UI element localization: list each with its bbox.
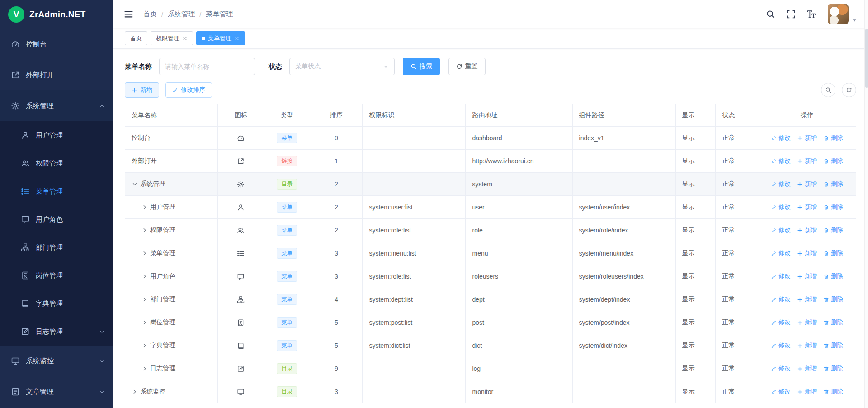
- close-icon[interactable]: [234, 36, 240, 41]
- sidebar-item-log[interactable]: 日志管理: [0, 318, 113, 346]
- sidebar-item-user[interactable]: 用户管理: [0, 121, 113, 149]
- tab-home[interactable]: 首页: [125, 31, 147, 45]
- expand-row-icon[interactable]: [132, 389, 138, 395]
- ops-cell: 修改新增删除: [758, 196, 856, 219]
- add-link[interactable]: 新增: [797, 134, 817, 142]
- edit-sort-button[interactable]: 修改排序: [165, 82, 212, 98]
- add-link[interactable]: 新增: [797, 318, 817, 327]
- component-cell: [572, 357, 675, 380]
- add-link[interactable]: 新增: [797, 365, 817, 373]
- edit-link[interactable]: 修改: [771, 318, 791, 327]
- sidebar-item-label: 系统管理: [26, 101, 99, 111]
- sidebar-item-label: 菜单管理: [36, 187, 105, 196]
- sidebar-item-dept[interactable]: 部门管理: [0, 233, 113, 261]
- sidebar-item-roleusers[interactable]: 用户角色: [0, 205, 113, 233]
- sidebar-item-external[interactable]: 外部打开: [0, 60, 113, 90]
- edit-link[interactable]: 修改: [771, 249, 791, 257]
- delete-link[interactable]: 删除: [823, 249, 843, 257]
- app-root: V ZrAdmin.NET 控制台外部打开系统管理用户管理权限管理菜单管理用户角…: [0, 0, 868, 408]
- expand-row-icon[interactable]: [142, 296, 148, 303]
- add-link[interactable]: 新增: [797, 388, 817, 396]
- caret-down-icon[interactable]: [852, 18, 857, 23]
- reset-button[interactable]: 重置: [448, 58, 486, 75]
- sidebar-item-menu[interactable]: 菜单管理: [0, 177, 113, 205]
- sidebar-item-role[interactable]: 权限管理: [0, 149, 113, 177]
- add-link[interactable]: 新增: [797, 272, 817, 280]
- font-size-icon[interactable]: [807, 9, 816, 19]
- page-scrollbar[interactable]: [864, 0, 868, 408]
- collapse-row-icon[interactable]: [132, 181, 138, 187]
- sidebar-item-post[interactable]: 岗位管理: [0, 261, 113, 289]
- add-link[interactable]: 新增: [797, 295, 817, 304]
- delete-link[interactable]: 删除: [823, 342, 843, 350]
- ops-cell: 修改新增删除: [758, 288, 856, 311]
- expand-row-icon[interactable]: [142, 204, 148, 210]
- expand-row-icon[interactable]: [142, 319, 148, 326]
- edit-link[interactable]: 修改: [771, 388, 791, 396]
- delete-link[interactable]: 删除: [823, 365, 843, 373]
- sidebar-item-dict[interactable]: 字典管理: [0, 289, 113, 318]
- status-cell: 正常: [716, 127, 758, 150]
- tab-role[interactable]: 权限管理: [151, 31, 193, 45]
- scrollbar-thumb[interactable]: [865, 29, 868, 88]
- add-link[interactable]: 新增: [797, 157, 817, 165]
- add-link[interactable]: 新增: [797, 249, 817, 257]
- status-select[interactable]: 菜单状态: [289, 58, 395, 75]
- trash-icon: [823, 320, 829, 326]
- sidebar-item-label: 字典管理: [36, 299, 105, 308]
- logo[interactable]: V ZrAdmin.NET: [0, 0, 113, 29]
- tab-menu[interactable]: 菜单管理: [196, 31, 245, 45]
- sidebar-item-system[interactable]: 系统管理: [0, 90, 113, 121]
- expand-row-icon[interactable]: [142, 365, 148, 372]
- delete-link[interactable]: 删除: [823, 203, 843, 211]
- add-link[interactable]: 新增: [797, 226, 817, 234]
- fullscreen-icon[interactable]: [786, 9, 796, 19]
- refresh-table-button[interactable]: [842, 83, 856, 97]
- expand-row-icon[interactable]: [142, 250, 148, 256]
- pencil-icon: [771, 228, 777, 233]
- menu-name: 岗位管理: [150, 318, 175, 327]
- add-link[interactable]: 新增: [797, 203, 817, 211]
- edit-link[interactable]: 修改: [771, 226, 791, 234]
- toggle-search-button[interactable]: [821, 83, 835, 97]
- menu-name-input[interactable]: [159, 58, 255, 75]
- close-icon[interactable]: [182, 36, 188, 41]
- edit-link[interactable]: 修改: [771, 365, 791, 373]
- delete-link[interactable]: 删除: [823, 226, 843, 234]
- breadcrumb-item[interactable]: 首页: [143, 10, 157, 19]
- menu-collapse-icon[interactable]: [124, 9, 133, 19]
- delete-link[interactable]: 删除: [823, 157, 843, 165]
- add-link[interactable]: 新增: [797, 180, 817, 188]
- delete-link[interactable]: 删除: [823, 388, 843, 396]
- add-button[interactable]: 新增: [125, 82, 159, 98]
- delete-link[interactable]: 删除: [823, 318, 843, 327]
- edit-link[interactable]: 修改: [771, 342, 791, 350]
- edit-link[interactable]: 修改: [771, 180, 791, 188]
- expand-row-icon[interactable]: [142, 227, 148, 233]
- delete-link[interactable]: 删除: [823, 134, 843, 142]
- sidebar-item-dashboard[interactable]: 控制台: [0, 29, 113, 60]
- pencil-icon: [771, 389, 777, 395]
- search-icon[interactable]: [766, 9, 775, 19]
- expand-row-icon[interactable]: [142, 273, 148, 280]
- menu-name-cell: 系统管理: [132, 180, 212, 188]
- sidebar-item-monitor[interactable]: 系统监控: [0, 346, 113, 376]
- delete-link[interactable]: 删除: [823, 272, 843, 280]
- edit-link[interactable]: 修改: [771, 295, 791, 304]
- edit-link[interactable]: 修改: [771, 272, 791, 280]
- plus-icon: [797, 343, 803, 349]
- delete-link[interactable]: 删除: [823, 180, 843, 188]
- add-link[interactable]: 新增: [797, 342, 817, 350]
- sidebar-item-article[interactable]: 文章管理: [0, 376, 113, 407]
- user-menu[interactable]: [828, 4, 857, 24]
- delete-link[interactable]: 删除: [823, 295, 843, 304]
- edit-link[interactable]: 修改: [771, 203, 791, 211]
- avatar[interactable]: [828, 4, 849, 24]
- edit-link[interactable]: 修改: [771, 134, 791, 142]
- search-button[interactable]: 搜索: [403, 58, 440, 75]
- breadcrumb-item[interactable]: 系统管理: [168, 10, 195, 19]
- pencil-icon: [771, 135, 777, 141]
- expand-row-icon[interactable]: [142, 342, 148, 349]
- edit-link[interactable]: 修改: [771, 157, 791, 165]
- gear-icon: [237, 180, 245, 188]
